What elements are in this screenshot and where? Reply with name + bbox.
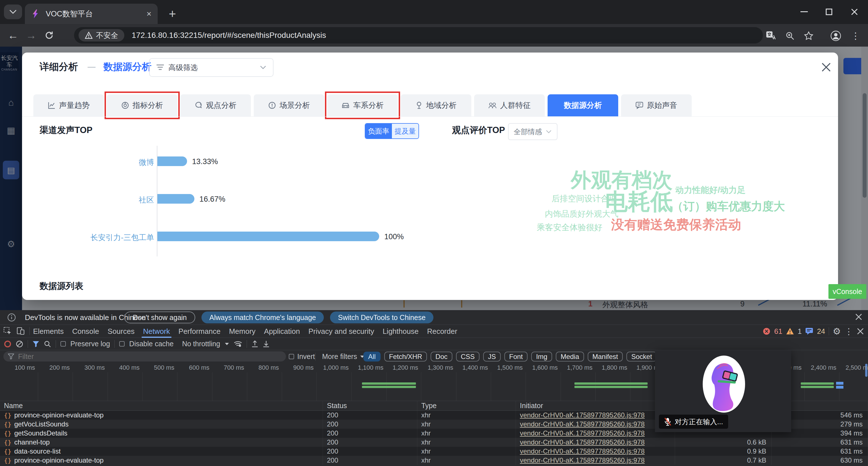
toggle-mention-volume[interactable]: 提及量 — [392, 124, 418, 138]
request-name-cell[interactable]: {}channel-top — [0, 438, 323, 447]
chip-media[interactable]: Media — [556, 352, 584, 362]
request-name-cell[interactable]: {}getVocListSounds — [0, 420, 323, 429]
invert-checkbox[interactable] — [289, 354, 294, 359]
devtools-tab-lighthouse[interactable]: Lighthouse — [378, 325, 423, 338]
clear-network-log-icon[interactable] — [16, 340, 23, 348]
inspect-element-icon[interactable] — [3, 327, 12, 335]
devtools-tab-console[interactable]: Console — [68, 325, 103, 338]
column-type[interactable]: Type — [417, 401, 516, 410]
devtools-tab-sources[interactable]: Sources — [103, 325, 139, 338]
disable-cache-checkbox[interactable] — [119, 341, 125, 346]
profile-avatar-icon[interactable] — [830, 30, 842, 42]
devtools-tab-privacy-and-security[interactable]: Privacy and security — [304, 325, 379, 338]
toggle-negative-rate[interactable]: 负面率 — [365, 124, 392, 138]
tab-数据源分析[interactable]: 数据源分析 — [548, 94, 618, 116]
chip-socket[interactable]: Socket — [626, 352, 657, 362]
chip-img[interactable]: Img — [531, 352, 552, 362]
chip-js[interactable]: JS — [483, 352, 501, 362]
initiator-link[interactable]: vendor-CrHV0-aK.1758977895260.js:978 — [520, 438, 645, 446]
chip-css[interactable]: CSS — [456, 352, 479, 362]
security-chip[interactable]: 不安全 — [79, 29, 124, 41]
zoom-icon[interactable] — [784, 30, 796, 42]
devtools-tab-memory[interactable]: Memory — [225, 325, 260, 338]
request-name-cell[interactable]: {}getSoundsDetails — [0, 429, 323, 438]
tab-观点分析[interactable]: 观点分析 — [180, 94, 251, 116]
record-network-log-icon[interactable] — [4, 340, 11, 348]
notification-button[interactable]: Don't show again — [124, 311, 195, 323]
export-har-icon[interactable] — [263, 340, 270, 348]
translate-icon[interactable] — [765, 30, 777, 42]
devtools-menu-kebab-icon[interactable]: ⋮ — [844, 327, 853, 336]
reload-button[interactable] — [40, 26, 58, 44]
chip-fetch/xhr[interactable]: Fetch/XHR — [384, 352, 427, 362]
issues-icon[interactable] — [805, 328, 813, 335]
window-minimize-button[interactable] — [796, 3, 813, 20]
tab-地域分析[interactable]: 地域分析 — [401, 94, 471, 116]
devtools-tab-performance[interactable]: Performance — [174, 325, 225, 338]
new-tab-button[interactable]: + — [165, 6, 180, 22]
errors-icon[interactable] — [763, 327, 771, 335]
window-close-button[interactable] — [846, 3, 863, 20]
notification-button[interactable]: Always match Chrome's language — [202, 311, 324, 323]
devtools-tab-recorder[interactable]: Recorder — [423, 325, 461, 338]
table-row[interactable]: {}province-opinion-evaluate-top200xhrven… — [0, 456, 868, 465]
search-icon[interactable] — [44, 340, 51, 348]
chevron-down-icon — [546, 130, 552, 134]
modal-close-icon[interactable] — [820, 62, 833, 74]
advanced-filter-select[interactable]: 高级筛选 — [149, 58, 274, 77]
initiator-link[interactable]: vendor-CrHV0-aK.1758977895260.js:978 — [520, 447, 645, 455]
tab-指标分析[interactable]: 指标分析 — [107, 94, 178, 116]
import-har-icon[interactable] — [251, 340, 258, 348]
devtools-tab-application[interactable]: Application — [260, 325, 304, 338]
devtools-settings-gear-icon[interactable]: ⚙ — [833, 326, 841, 337]
chip-manifest[interactable]: Manifest — [588, 352, 623, 362]
initiator-link[interactable]: vendor-CrHV0-aK.1758977895260.js:978 — [520, 456, 645, 464]
preserve-log-checkbox[interactable] — [60, 341, 66, 346]
initiator-link[interactable]: vendor-CrHV0-aK.1758977895260.js:978 — [520, 411, 645, 419]
browser-menu-kebab-icon[interactable]: ⋮ — [849, 30, 862, 42]
table-row[interactable]: {}channel-top200xhrvendor-CrHV0-aK.17589… — [0, 438, 868, 447]
device-toolbar-icon[interactable] — [17, 327, 25, 335]
devtools-tab-elements[interactable]: Elements — [29, 325, 68, 338]
window-maximize-button[interactable] — [820, 3, 837, 20]
bookmark-star-icon[interactable] — [802, 30, 815, 42]
filter-input-funnel-icon — [8, 354, 14, 359]
devtools-status-badges: 61 1 24 ⚙ ⋮ — [763, 325, 864, 338]
devtools-close-icon[interactable] — [857, 328, 864, 335]
address-bar[interactable]: 不安全 172.16.80.16:32215/report/#/scene/th… — [74, 27, 763, 43]
tab-场景分析[interactable]: 场景分析 — [254, 94, 324, 116]
column-name[interactable]: Name — [0, 401, 323, 410]
throttling-select[interactable]: No throttling — [182, 340, 220, 348]
tab-人群特征[interactable]: 人群特征 — [474, 94, 545, 116]
tab-声量趋势[interactable]: 声量趋势 — [33, 94, 104, 116]
column-initiator[interactable]: Initiator — [516, 401, 675, 410]
network-conditions-icon[interactable] — [234, 341, 242, 347]
sentiment-select[interactable]: 全部情感 — [508, 123, 557, 140]
chip-doc[interactable]: Doc — [431, 352, 453, 362]
tab-search-button[interactable] — [4, 4, 22, 19]
warnings-icon[interactable] — [786, 328, 794, 335]
vconsole-button[interactable]: vConsole — [829, 284, 866, 299]
request-name-cell[interactable]: {}province-opinion-evaluate-top — [0, 456, 323, 465]
initiator-link[interactable]: vendor-CrHV0-aK.1758977895260.js:978 — [520, 429, 645, 437]
browser-tab[interactable]: VOC数智平台 × — [25, 4, 158, 24]
request-name-cell[interactable]: {}data-source-list — [0, 447, 323, 456]
table-row[interactable]: {}data-source-list200xhrvendor-CrHV0-aK.… — [0, 447, 868, 456]
initiator-link[interactable]: vendor-CrHV0-aK.1758977895260.js:978 — [520, 420, 645, 428]
tab-车系分析[interactable]: 车系分析 — [327, 94, 398, 116]
devtools-tab-network[interactable]: Network — [139, 325, 174, 338]
back-button[interactable]: ← — [4, 26, 22, 44]
filter-input[interactable] — [3, 351, 286, 362]
tab-原始声音[interactable]: 原始声音 — [621, 94, 692, 116]
notification-close-icon[interactable] — [855, 313, 862, 321]
cloud-word: 没有赠送免费保养活动 — [611, 218, 741, 232]
notification-button[interactable]: Switch DevTools to Chinese — [330, 311, 433, 323]
chip-all[interactable]: All — [363, 352, 381, 362]
more-filters-dropdown[interactable]: More filters — [322, 353, 365, 361]
forward-button[interactable]: → — [22, 26, 40, 44]
filter-funnel-icon[interactable] — [32, 341, 39, 347]
chip-font[interactable]: Font — [504, 352, 528, 362]
column-status[interactable]: Status — [323, 401, 417, 410]
request-name-cell[interactable]: {}province-opinion-evaluate-top — [0, 411, 323, 420]
tab-close-icon[interactable]: × — [146, 10, 151, 18]
